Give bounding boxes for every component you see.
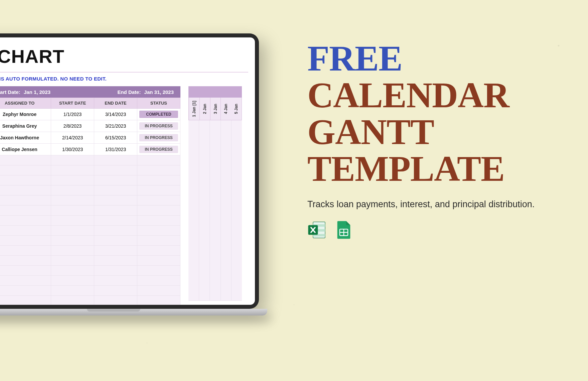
task-table: Start Date: Jan 1, 2023 End Date: Jan 31… xyxy=(0,86,180,305)
start-date-value: Jan 1, 2023 xyxy=(24,89,50,95)
table-row: Seraphina Grey2/8/20233/21/2023IN PROGRE… xyxy=(0,120,180,132)
cell-status[interactable]: IN PROGRESS xyxy=(137,132,180,144)
col-status: STATUS xyxy=(137,98,180,109)
table-row xyxy=(0,185,180,196)
table-row: Zephyr Monroe1/1/20233/14/2023COMPLETED xyxy=(0,109,180,120)
promo-line1: CALENDAR xyxy=(307,77,561,114)
format-icons xyxy=(307,220,561,240)
timeline-col xyxy=(188,120,199,301)
cell-end[interactable]: 3/21/2023 xyxy=(94,120,137,132)
table-row xyxy=(0,246,180,256)
auto-formula-note: NTT CHART IS AUTO FORMULATED. NO NEED TO… xyxy=(0,76,248,82)
cell-status[interactable]: IN PROGRESS xyxy=(137,144,180,155)
timeline-panel: 1 Jan [1]2 Jan3 Jan4 Jan5 Jan xyxy=(188,86,242,305)
end-date-value: Jan 31, 2023 xyxy=(144,89,174,95)
promo-line3: TEMPLATE xyxy=(307,150,561,187)
promo-text: FREE CALENDAR GANTT TEMPLATE Tracks loan… xyxy=(307,40,561,240)
table-row: Jaxon Hawthorne2/14/20236/15/2023IN PROG… xyxy=(0,132,180,144)
col-end: END DATE xyxy=(94,98,137,109)
cell-end[interactable]: 3/14/2023 xyxy=(94,109,137,120)
screen-bezel: TT CHART NTT CHART IS AUTO FORMULATED. N… xyxy=(0,33,259,309)
end-date-label: End Date: xyxy=(117,89,141,95)
cell-status[interactable]: COMPLETED xyxy=(137,109,180,120)
cell-start[interactable]: 2/14/2023 xyxy=(51,132,94,144)
promo-heading: FREE CALENDAR GANTT TEMPLATE xyxy=(307,40,561,187)
table-row xyxy=(0,196,180,206)
table-row xyxy=(0,226,180,236)
timeline-day: 4 Jan xyxy=(220,98,231,120)
cell-assigned[interactable]: Calliope Jensen xyxy=(0,144,51,155)
timeline-header xyxy=(188,86,242,98)
table-row xyxy=(0,165,180,175)
table-row xyxy=(0,256,180,266)
timeline-days: 1 Jan [1]2 Jan3 Jan4 Jan5 Jan xyxy=(188,98,242,120)
timeline-day: 1 Jan [1] xyxy=(189,98,199,120)
promo-free: FREE xyxy=(307,40,561,77)
table-row xyxy=(0,216,180,226)
promo-description: Tracks loan payments, interest, and prin… xyxy=(307,198,561,210)
excel-icon xyxy=(307,220,327,240)
table-row xyxy=(0,175,180,185)
timeline-day: 2 Jan xyxy=(199,98,210,120)
cell-start[interactable]: 2/8/2023 xyxy=(51,120,94,132)
table-row xyxy=(0,206,180,216)
timeline-day: 3 Jan xyxy=(210,98,221,120)
header-row: TASK ASSIGNED TO START DATE END DATE STA… xyxy=(0,98,180,109)
table-row xyxy=(0,155,180,165)
cell-assigned[interactable]: Zephyr Monroe xyxy=(0,109,51,120)
start-date-label: Start Date: xyxy=(0,89,20,95)
col-start: START DATE xyxy=(51,98,94,109)
table-row xyxy=(0,236,180,246)
table-row: Calliope Jensen1/30/20231/31/2023IN PROG… xyxy=(0,144,180,155)
table-row xyxy=(0,276,180,286)
table-row xyxy=(0,266,180,276)
timeline-col xyxy=(199,120,210,301)
spreadsheet-screen: TT CHART NTT CHART IS AUTO FORMULATED. N… xyxy=(0,37,255,305)
divider xyxy=(0,72,248,73)
timeline-col xyxy=(232,120,242,301)
date-range-bar: Start Date: Jan 1, 2023 End Date: Jan 31… xyxy=(0,86,180,98)
laptop-mockup: TT CHART NTT CHART IS AUTO FORMULATED. N… xyxy=(0,33,259,315)
cell-end[interactable]: 1/31/2023 xyxy=(94,144,137,155)
timeline-body xyxy=(188,120,242,301)
cell-assigned[interactable]: Seraphina Grey xyxy=(0,120,51,132)
timeline-col xyxy=(221,120,232,301)
cell-start[interactable]: 1/1/2023 xyxy=(51,109,94,120)
timeline-day: 5 Jan xyxy=(231,98,242,120)
promo-line2: GANTT xyxy=(307,114,561,150)
chart-title: TT CHART xyxy=(0,43,248,72)
cell-end[interactable]: 6/15/2023 xyxy=(94,132,137,144)
laptop-base xyxy=(0,309,267,315)
table-row xyxy=(0,286,180,296)
col-assigned: ASSIGNED TO xyxy=(0,98,51,109)
cell-status[interactable]: IN PROGRESS xyxy=(137,120,180,132)
table-row xyxy=(0,296,180,305)
google-sheets-icon xyxy=(334,220,353,240)
cell-start[interactable]: 1/30/2023 xyxy=(51,144,94,155)
cell-assigned[interactable]: Jaxon Hawthorne xyxy=(0,132,51,144)
timeline-col xyxy=(210,120,220,301)
